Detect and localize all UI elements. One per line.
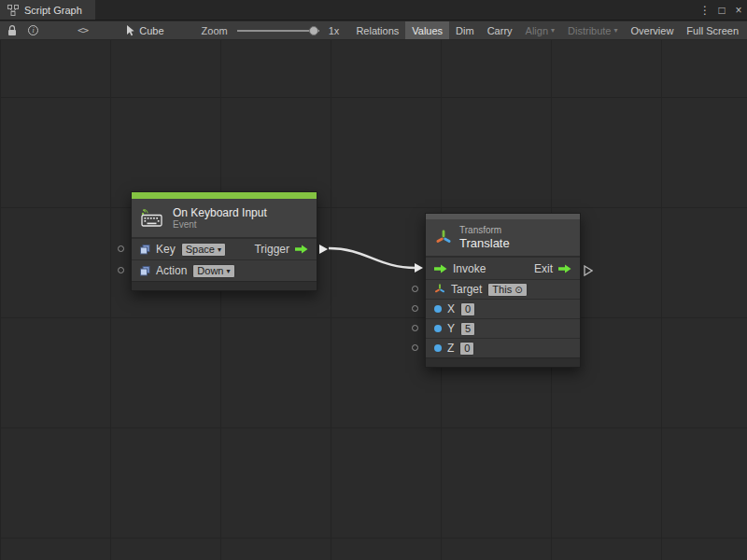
title-bar: Script Graph ⋮ □ × — [0, 0, 747, 21]
full-screen-button[interactable]: Full Screen — [680, 21, 745, 39]
align-label: Align — [526, 25, 548, 36]
key-dropdown-value: Space — [186, 244, 215, 256]
flow-arrow-icon — [295, 245, 308, 254]
overview-button[interactable]: Overview — [625, 21, 681, 39]
port-x-input[interactable] — [412, 305, 418, 312]
chevron-down-icon: ▾ — [226, 265, 230, 277]
port-key-input[interactable] — [118, 245, 124, 252]
port-z-input[interactable] — [412, 344, 418, 351]
align-button[interactable]: Align▾ — [519, 21, 561, 39]
target-object-label: Cube — [139, 25, 163, 36]
literal-icon — [140, 245, 150, 255]
carry-label: Carry — [487, 25, 513, 36]
action-dropdown-value: Down — [197, 265, 223, 277]
key-row: Key Space ▾ Trigger — [132, 238, 317, 259]
action-row: Action Down ▾ — [132, 259, 317, 281]
port-invoke-input[interactable] — [415, 263, 423, 273]
target-row: Target This ⊙ — [426, 279, 580, 299]
target-object-button[interactable]: Cube — [121, 21, 169, 40]
edit-source-button[interactable]: <> — [72, 21, 93, 40]
x-label: X — [447, 302, 455, 315]
graph-canvas[interactable] — [0, 40, 747, 560]
zoom-value: 1x — [329, 25, 340, 36]
node-header[interactable]: Transform Translate — [426, 219, 580, 257]
y-input[interactable]: 5 — [460, 322, 475, 336]
action-label: Action — [156, 264, 187, 277]
flow-arrow-icon — [558, 264, 571, 273]
node-footer — [426, 357, 580, 367]
y-label: Y — [447, 322, 455, 335]
graph-toolbar: i <> Cube Zoom 1x Relations Values Dim C… — [0, 21, 747, 40]
literal-icon — [140, 266, 150, 276]
carry-button[interactable]: Carry — [481, 21, 519, 39]
close-icon[interactable]: × — [730, 0, 747, 21]
keyboard-icon — [141, 209, 165, 227]
dim-label: Dim — [456, 25, 474, 36]
distribute-button[interactable]: Distribute▾ — [561, 21, 624, 39]
invoke-label: Invoke — [453, 262, 486, 275]
info-icon: i — [28, 25, 38, 35]
zoom-slider-handle[interactable] — [309, 26, 318, 35]
relations-label: Relations — [356, 25, 399, 36]
flow-arrow-icon — [434, 264, 447, 273]
target-object-field[interactable]: This ⊙ — [487, 283, 527, 297]
z-input[interactable]: 0 — [459, 342, 474, 356]
x-row: X 0 — [426, 299, 580, 318]
value-port-icon — [434, 344, 442, 352]
distribute-label: Distribute — [568, 25, 611, 36]
y-value: 5 — [465, 323, 471, 335]
node-category: Transform — [459, 225, 510, 236]
node-footer — [132, 281, 317, 290]
target-object-value: This — [492, 284, 512, 296]
node-title: On Keyboard Input — [173, 206, 267, 219]
cursor-icon — [127, 25, 135, 36]
port-y-input[interactable] — [412, 325, 418, 331]
y-row: Y 5 — [426, 318, 580, 338]
chevron-down-icon: ▾ — [551, 26, 555, 35]
node-header-text: Transform Translate — [459, 225, 510, 250]
zoom-label: Zoom — [202, 25, 228, 36]
invoke-row: Invoke Exit — [426, 257, 580, 279]
x-value: 0 — [465, 303, 471, 315]
value-port-icon — [434, 305, 442, 313]
node-header[interactable]: On Keyboard Input Event — [132, 199, 317, 238]
chevron-down-icon: ▾ — [614, 26, 618, 35]
node-on-keyboard-input[interactable]: On Keyboard Input Event Key Space ▾ Trig… — [131, 191, 317, 291]
lock-icon — [7, 25, 17, 36]
window-controls: ⋮ □ × — [697, 0, 747, 20]
port-trigger-output[interactable] — [319, 245, 328, 254]
tab-title: Script Graph — [24, 5, 82, 16]
x-input[interactable]: 0 — [460, 302, 475, 316]
code-icon: <> — [78, 24, 88, 36]
dim-button[interactable]: Dim — [449, 21, 481, 39]
tab-script-graph[interactable]: Script Graph — [0, 0, 95, 20]
transform-icon — [435, 230, 452, 246]
values-button[interactable]: Values — [405, 21, 449, 39]
maximize-icon[interactable]: □ — [713, 0, 730, 21]
relations-button[interactable]: Relations — [349, 21, 405, 39]
node-title: Translate — [459, 236, 510, 250]
window-menu-icon[interactable]: ⋮ — [697, 0, 713, 21]
action-dropdown[interactable]: Down ▾ — [192, 264, 234, 278]
key-label: Key — [156, 243, 176, 256]
value-port-icon — [434, 325, 442, 332]
trigger-label: Trigger — [254, 243, 289, 256]
object-picker-icon: ⊙ — [514, 284, 522, 296]
z-label: Z — [447, 342, 454, 355]
inspect-button[interactable]: i — [22, 21, 44, 40]
toolbar-buttons: Relations Values Dim Carry Align▾ Distri… — [349, 21, 745, 39]
script-graph-icon — [7, 5, 19, 16]
port-action-input[interactable] — [118, 267, 124, 273]
node-header-text: On Keyboard Input Event — [173, 206, 267, 231]
chevron-down-icon: ▾ — [218, 244, 221, 256]
overview-label: Overview — [631, 25, 674, 36]
event-accent-bar — [132, 192, 317, 199]
lock-button[interactable] — [2, 21, 22, 40]
port-exit-output[interactable] — [584, 263, 593, 280]
zoom-slider[interactable] — [237, 30, 319, 32]
key-dropdown[interactable]: Space ▾ — [181, 243, 226, 257]
port-target-input[interactable] — [412, 286, 418, 292]
values-label: Values — [412, 25, 443, 36]
node-translate[interactable]: Transform Translate Invoke Exit Target T… — [425, 213, 581, 368]
node-subtitle: Event — [173, 219, 267, 231]
